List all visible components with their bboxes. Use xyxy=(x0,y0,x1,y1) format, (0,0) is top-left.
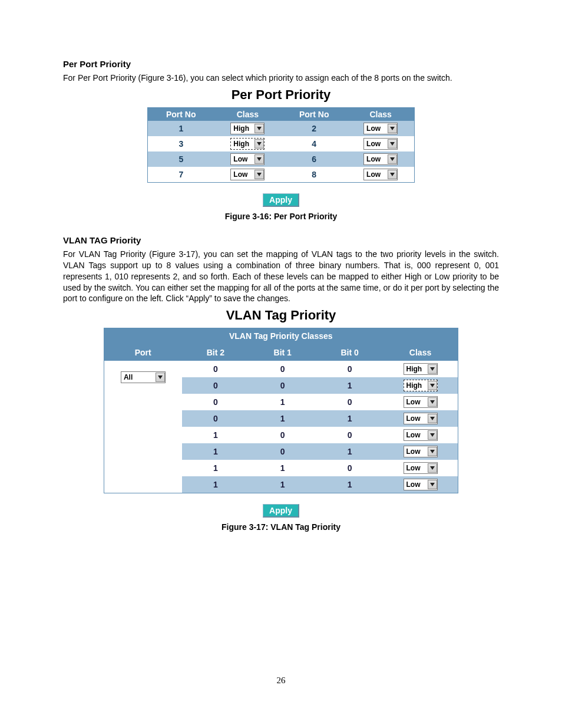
ppp-header-portno-a: Port No xyxy=(148,108,214,121)
port-1-class-select-value: High xyxy=(233,124,249,133)
bit1-value: 0 xyxy=(249,427,316,443)
bit1-value: 1 xyxy=(249,460,316,476)
vlan-row-0-class-select[interactable]: High xyxy=(404,363,438,375)
svg-marker-14 xyxy=(430,450,435,453)
dropdown-arrow-icon xyxy=(254,139,264,149)
bit0-value: 0 xyxy=(316,460,384,476)
svg-marker-16 xyxy=(430,483,435,486)
port-6-class-select-value: Low xyxy=(366,155,381,163)
bit0-value: 1 xyxy=(316,410,384,427)
dropdown-arrow-icon xyxy=(428,414,437,423)
dropdown-arrow-icon xyxy=(428,381,437,390)
bit0-value: 0 xyxy=(316,427,384,443)
vlan-row-0-class-select-value: High xyxy=(406,365,422,373)
port-3-class-select-value: High xyxy=(233,140,249,148)
svg-marker-11 xyxy=(430,400,435,404)
ppp-header-portno-b: Port No xyxy=(281,108,348,121)
port-6-class-select[interactable]: Low xyxy=(363,153,398,165)
port-1-class-select[interactable]: High xyxy=(230,123,265,134)
figure-3-17-caption: Figure 3-17: VLAN Tag Priority xyxy=(63,522,499,532)
vlan-row-1-class-select[interactable]: High xyxy=(404,380,438,391)
vlan-port-select[interactable]: All xyxy=(121,371,166,383)
vlan-row-3-class-select-value: Low xyxy=(406,414,421,423)
dropdown-arrow-icon xyxy=(388,139,397,149)
dropdown-arrow-icon xyxy=(254,154,264,164)
vlan-row-4-class-select-value: Low xyxy=(406,431,421,439)
svg-marker-13 xyxy=(430,433,435,437)
bit0-value: 1 xyxy=(316,476,384,493)
dropdown-arrow-icon xyxy=(428,397,437,407)
bit2-value: 1 xyxy=(182,443,249,460)
svg-marker-3 xyxy=(390,142,395,146)
vlan-row-4-class-select[interactable]: Low xyxy=(404,429,438,441)
page-number: 26 xyxy=(63,676,499,686)
per-port-priority-panel: Port No Class Port No Class 1High2Low3Hi… xyxy=(147,107,415,183)
vlan-header-bit1: Bit 1 xyxy=(249,344,316,361)
svg-marker-12 xyxy=(430,417,435,420)
port-7-class-select-value: Low xyxy=(233,170,247,179)
vlan-row-1-class-select-value: High xyxy=(406,381,422,390)
port-number: 8 xyxy=(281,167,348,182)
vlan-row-7-class-select[interactable]: Low xyxy=(404,479,438,490)
vlan-row-2-class-select-value: Low xyxy=(406,398,421,406)
vlan-row-5-class-select-value: Low xyxy=(406,447,421,456)
port-3-class-select[interactable]: High xyxy=(230,138,265,150)
bit0-value: 1 xyxy=(316,443,384,460)
dropdown-arrow-icon xyxy=(428,480,437,489)
bit0-value: 0 xyxy=(316,394,384,410)
port-number: 7 xyxy=(148,167,214,182)
vlan-apply-button[interactable]: Apply xyxy=(263,504,299,518)
vlan-row-3-class-select[interactable]: Low xyxy=(404,413,438,424)
bit2-value: 0 xyxy=(182,410,249,427)
table-row: 1High2Low xyxy=(148,121,414,136)
vlan-port-select-value: All xyxy=(124,373,133,381)
svg-marker-2 xyxy=(257,142,262,146)
vlan-row-6-class-select[interactable]: Low xyxy=(404,462,438,474)
vlan-header-port: Port xyxy=(104,344,182,361)
bit1-value: 0 xyxy=(249,361,316,377)
bit2-value: 1 xyxy=(182,476,249,493)
vlan-row-6-class-select-value: Low xyxy=(406,464,421,472)
bit2-value: 1 xyxy=(182,427,249,443)
port-number: 4 xyxy=(281,136,348,151)
table-row: 5Low6Low xyxy=(148,151,414,167)
port-7-class-select[interactable]: Low xyxy=(230,169,265,180)
section2-title: VLAN TAG Priority xyxy=(63,235,499,245)
port-8-class-select[interactable]: Low xyxy=(363,169,398,180)
bit2-value: 1 xyxy=(182,460,249,476)
port-4-class-select[interactable]: Low xyxy=(363,138,398,150)
port-4-class-select-value: Low xyxy=(366,140,381,148)
section1-body: For Per Port Priority (Figure 3-16), you… xyxy=(63,73,499,84)
vlan-row-5-class-select[interactable]: Low xyxy=(404,446,438,457)
figure-3-16-caption: Figure 3-16: Per Port Priority xyxy=(63,212,499,221)
vlan-header-bit0: Bit 0 xyxy=(316,344,384,361)
port-number: 2 xyxy=(281,121,348,136)
bit2-value: 0 xyxy=(182,377,249,394)
dropdown-arrow-icon xyxy=(388,170,397,179)
vlan-row-7-class-select-value: Low xyxy=(406,480,421,489)
port-2-class-select-value: Low xyxy=(366,124,381,133)
port-number: 3 xyxy=(148,136,214,151)
vlan-row-2-class-select[interactable]: Low xyxy=(404,396,438,408)
port-number: 5 xyxy=(148,151,214,167)
bit1-value: 1 xyxy=(249,394,316,410)
port-number: 6 xyxy=(281,151,348,167)
port-8-class-select-value: Low xyxy=(366,170,381,179)
port-5-class-select[interactable]: Low xyxy=(230,153,265,165)
port-number: 1 xyxy=(148,121,214,136)
per-port-priority-heading: Per Port Priority xyxy=(63,87,499,103)
svg-marker-9 xyxy=(430,367,435,371)
port-2-class-select[interactable]: Low xyxy=(363,123,398,134)
dropdown-arrow-icon xyxy=(428,447,437,456)
dropdown-arrow-icon xyxy=(388,154,397,164)
section1-title: Per Port Priority xyxy=(63,59,499,69)
svg-marker-10 xyxy=(430,384,435,387)
svg-marker-4 xyxy=(257,157,262,161)
port-5-class-select-value: Low xyxy=(233,155,247,163)
bit0-value: 1 xyxy=(316,377,384,394)
dropdown-arrow-icon xyxy=(156,373,165,382)
per-port-apply-button[interactable]: Apply xyxy=(263,193,299,207)
dropdown-arrow-icon xyxy=(428,463,437,473)
bit1-value: 0 xyxy=(249,443,316,460)
dropdown-arrow-icon xyxy=(428,430,437,440)
